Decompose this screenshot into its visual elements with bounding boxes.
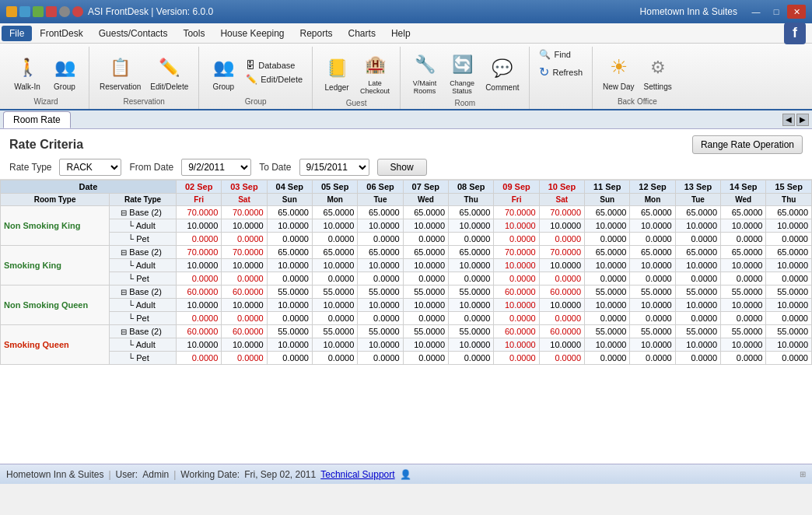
rate-type-cell[interactable]: ⊟ Base (2): [110, 246, 177, 259]
rate-value-cell[interactable]: 10.0000: [721, 299, 766, 312]
rate-value-cell[interactable]: 65.0000: [449, 246, 494, 259]
rate-value-cell[interactable]: 0.0000: [358, 312, 403, 325]
rate-value-cell[interactable]: 0.0000: [675, 312, 720, 325]
rate-value-cell[interactable]: 55.0000: [585, 286, 630, 299]
rate-value-cell[interactable]: 0.0000: [449, 352, 494, 365]
rate-value-cell[interactable]: 0.0000: [585, 233, 630, 246]
rate-value-cell[interactable]: 55.0000: [630, 286, 675, 299]
menu-help[interactable]: Help: [383, 26, 418, 41]
rate-value-cell[interactable]: 0.0000: [539, 352, 584, 365]
rate-value-cell[interactable]: 10.0000: [675, 219, 720, 233]
rate-value-cell[interactable]: 10.0000: [358, 259, 403, 272]
rate-value-cell[interactable]: 10.0000: [766, 338, 812, 352]
rate-value-cell[interactable]: 10.0000: [494, 338, 539, 352]
rate-value-cell[interactable]: 55.0000: [312, 286, 357, 299]
rate-value-cell[interactable]: 65.0000: [766, 246, 812, 259]
rate-value-cell[interactable]: 65.0000: [358, 246, 403, 259]
rate-value-cell[interactable]: 10.0000: [539, 299, 584, 312]
rate-value-cell[interactable]: 10.0000: [312, 259, 357, 272]
rate-value-cell[interactable]: 0.0000: [312, 233, 357, 246]
rate-value-cell[interactable]: 10.0000: [449, 338, 494, 352]
rate-value-cell[interactable]: 10.0000: [766, 299, 812, 312]
rate-value-cell[interactable]: 60.0000: [539, 286, 584, 299]
rate-value-cell[interactable]: 65.0000: [403, 206, 448, 219]
rate-value-cell[interactable]: 10.0000: [721, 259, 766, 272]
rate-value-cell[interactable]: 0.0000: [222, 352, 267, 365]
rate-value-cell[interactable]: 0.0000: [449, 233, 494, 246]
rate-value-cell[interactable]: 0.0000: [494, 352, 539, 365]
tech-support-link[interactable]: Technical Support: [320, 469, 394, 480]
tab-room-rate[interactable]: Room Rate: [3, 111, 71, 128]
rate-value-cell[interactable]: 10.0000: [176, 219, 221, 233]
menu-file[interactable]: File: [2, 26, 32, 41]
show-button[interactable]: Show: [377, 159, 427, 176]
rate-value-cell[interactable]: 0.0000: [675, 233, 720, 246]
rate-value-cell[interactable]: 10.0000: [675, 299, 720, 312]
rate-value-cell[interactable]: 60.0000: [222, 286, 267, 299]
rate-value-cell[interactable]: 55.0000: [267, 286, 312, 299]
rate-value-cell[interactable]: 0.0000: [176, 352, 221, 365]
menu-tools[interactable]: Tools: [175, 26, 212, 41]
tab-next-button[interactable]: ▶: [796, 114, 809, 126]
rate-value-cell[interactable]: 0.0000: [176, 312, 221, 325]
rate-value-cell[interactable]: 10.0000: [675, 338, 720, 352]
rate-value-cell[interactable]: 0.0000: [585, 272, 630, 286]
rate-value-cell[interactable]: 0.0000: [176, 272, 221, 286]
rate-value-cell[interactable]: 10.0000: [176, 259, 221, 272]
rate-value-cell[interactable]: 55.0000: [675, 325, 720, 338]
rate-value-cell[interactable]: 0.0000: [494, 272, 539, 286]
facebook-icon[interactable]: f: [784, 23, 806, 44]
rate-value-cell[interactable]: 0.0000: [267, 352, 312, 365]
rate-value-cell[interactable]: 0.0000: [721, 352, 766, 365]
rate-value-cell[interactable]: 10.0000: [222, 338, 267, 352]
rate-value-cell[interactable]: 65.0000: [449, 206, 494, 219]
reservation-button[interactable]: 📋 Reservation: [96, 51, 145, 93]
to-date-select[interactable]: 9/15/2011: [299, 159, 369, 176]
rate-value-cell[interactable]: 0.0000: [539, 272, 584, 286]
menu-reports[interactable]: Reports: [292, 26, 341, 41]
rate-value-cell[interactable]: 55.0000: [766, 286, 812, 299]
rate-value-cell[interactable]: 10.0000: [766, 259, 812, 272]
rate-value-cell[interactable]: 0.0000: [312, 272, 357, 286]
menu-guests[interactable]: Guests/Contacts: [91, 26, 176, 41]
rate-value-cell[interactable]: 70.0000: [494, 246, 539, 259]
rate-value-cell[interactable]: 55.0000: [403, 325, 448, 338]
rate-value-cell[interactable]: 0.0000: [585, 352, 630, 365]
rate-value-cell[interactable]: 10.0000: [267, 338, 312, 352]
rate-value-cell[interactable]: 0.0000: [721, 272, 766, 286]
rate-value-cell[interactable]: 10.0000: [721, 219, 766, 233]
rate-value-cell[interactable]: 65.0000: [358, 206, 403, 219]
rate-value-cell[interactable]: 60.0000: [222, 325, 267, 338]
rate-value-cell[interactable]: 10.0000: [630, 219, 675, 233]
rate-value-cell[interactable]: 0.0000: [267, 312, 312, 325]
tab-prev-button[interactable]: ◀: [782, 114, 795, 126]
rate-value-cell[interactable]: 10.0000: [403, 338, 448, 352]
rate-value-cell[interactable]: 55.0000: [630, 325, 675, 338]
rate-value-cell[interactable]: 10.0000: [403, 299, 448, 312]
rate-value-cell[interactable]: 10.0000: [358, 338, 403, 352]
rate-value-cell[interactable]: 10.0000: [494, 259, 539, 272]
rate-type-cell[interactable]: ⊟ Base (2): [110, 206, 177, 219]
rate-value-cell[interactable]: 0.0000: [222, 312, 267, 325]
rate-value-cell[interactable]: 65.0000: [403, 246, 448, 259]
rate-value-cell[interactable]: 10.0000: [312, 338, 357, 352]
rate-value-cell[interactable]: 65.0000: [630, 206, 675, 219]
rate-value-cell[interactable]: 0.0000: [675, 272, 720, 286]
rate-type-cell[interactable]: ⊟ Base (2): [110, 286, 177, 299]
rate-type-cell[interactable]: └ Adult: [110, 299, 177, 312]
rate-value-cell[interactable]: 70.0000: [222, 246, 267, 259]
settings-button[interactable]: ⚙ Settings: [640, 51, 676, 93]
rate-type-cell[interactable]: └ Pet: [110, 272, 177, 286]
database-button[interactable]: 🗄 Database: [243, 59, 306, 72]
rate-value-cell[interactable]: 60.0000: [494, 286, 539, 299]
rate-value-cell[interactable]: 55.0000: [267, 325, 312, 338]
vmaint-button[interactable]: 🔧 V/MaintRooms: [407, 48, 443, 97]
rate-value-cell[interactable]: 0.0000: [494, 233, 539, 246]
rate-value-cell[interactable]: 55.0000: [449, 325, 494, 338]
rate-value-cell[interactable]: 0.0000: [766, 352, 812, 365]
rate-type-cell[interactable]: └ Adult: [110, 338, 177, 352]
rate-value-cell[interactable]: 65.0000: [630, 246, 675, 259]
rate-type-cell[interactable]: ⊟ Base (2): [110, 325, 177, 338]
rate-value-cell[interactable]: 55.0000: [766, 325, 812, 338]
editdelete-reservation-button[interactable]: ✏️ Edit/Delete: [146, 51, 192, 93]
